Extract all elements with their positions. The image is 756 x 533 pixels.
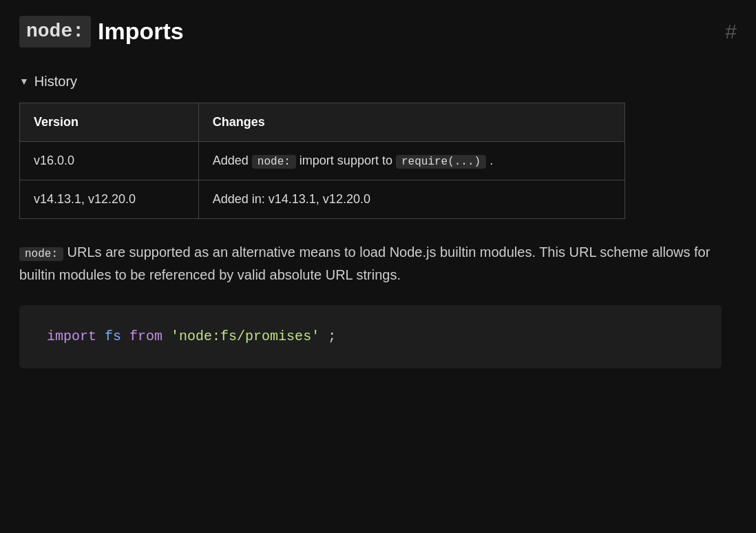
description-badge: node: bbox=[19, 247, 63, 261]
page-header: node: Imports # bbox=[19, 14, 737, 52]
col-header-version: Version bbox=[20, 103, 199, 142]
table-row: v16.0.0 Added node: import support to re… bbox=[20, 142, 625, 180]
table-cell-changes-1: Added node: import support to require(..… bbox=[198, 142, 624, 180]
description-text: URLs are supported as an alternative mea… bbox=[19, 244, 710, 282]
table-row: v14.13.1, v12.20.0 Added in: v14.13.1, v… bbox=[20, 180, 625, 219]
title-text: Imports bbox=[98, 14, 184, 49]
version-value-2: v14.13.1, v12.20.0 bbox=[34, 192, 136, 206]
table-cell-version-2: v14.13.1, v12.20.0 bbox=[20, 180, 199, 219]
history-label: History bbox=[34, 71, 77, 92]
history-section: ▼ History Version Changes v16.0.0 Added bbox=[19, 71, 737, 219]
table-cell-version-1: v16.0.0 bbox=[20, 142, 199, 180]
col-header-changes: Changes bbox=[198, 103, 624, 142]
history-toggle[interactable]: ▼ History bbox=[19, 71, 737, 92]
keyword-from: from bbox=[129, 328, 162, 344]
page-container: node: Imports # ▼ History Version Change… bbox=[0, 0, 756, 533]
triangle-icon: ▼ bbox=[19, 74, 29, 89]
code-line: import fs from 'node:fs/promises' ; bbox=[47, 326, 694, 348]
table-cell-changes-2: Added in: v14.13.1, v12.20.0 bbox=[198, 180, 624, 219]
version-value-1: v16.0.0 bbox=[34, 154, 74, 167]
description-section: node: URLs are supported as an alternati… bbox=[19, 241, 735, 286]
string-module: 'node:fs/promises' bbox=[171, 328, 319, 344]
var-fs: fs bbox=[105, 328, 121, 344]
semicolon: ; bbox=[328, 328, 336, 344]
title-badge: node: bbox=[19, 16, 91, 48]
changes-badge-1: node: bbox=[252, 155, 296, 169]
changes-middle-1: import support to bbox=[300, 154, 392, 167]
changes-code-1: require(...) bbox=[396, 155, 486, 169]
table-header-row: Version Changes bbox=[20, 103, 625, 142]
page-title: node: Imports bbox=[19, 14, 184, 49]
code-block-container: import fs from 'node:fs/promises' ; bbox=[19, 305, 722, 368]
history-table: Version Changes v16.0.0 Added node: impo bbox=[19, 103, 625, 219]
changes-prefix-1: Added bbox=[213, 154, 249, 167]
keyword-import: import bbox=[47, 328, 96, 344]
changes-suffix-1: . bbox=[490, 154, 493, 167]
hash-icon[interactable]: # bbox=[725, 16, 737, 47]
changes-text-2: Added in: v14.13.1, v12.20.0 bbox=[213, 192, 370, 206]
